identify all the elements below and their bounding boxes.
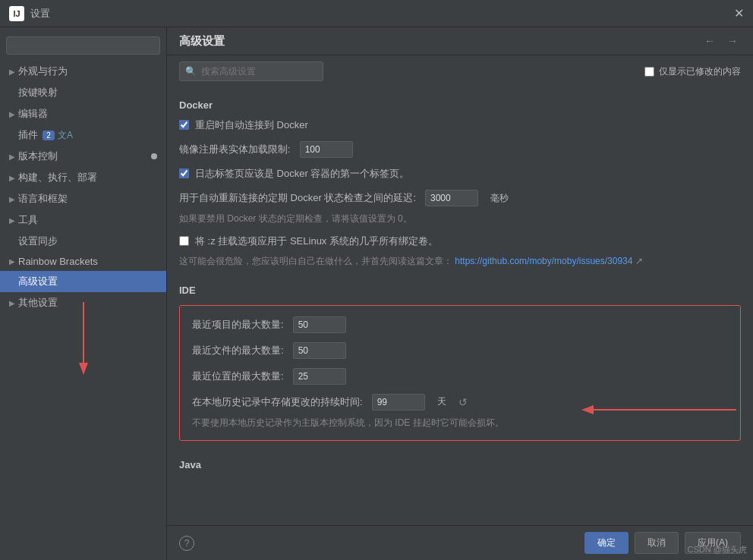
- cancel-button[interactable]: 取消: [635, 532, 679, 554]
- page-title: 高级设置: [179, 34, 225, 49]
- search-icon: 🔍: [185, 66, 197, 77]
- sidebar-item-keymap[interactable]: 按键映射: [0, 82, 166, 103]
- footer: ? 确定 取消 应用(A): [167, 525, 753, 560]
- history-days-label: 在本地历史记录中存储更改的持续时间:: [192, 395, 363, 409]
- docker-section-title: Docker: [167, 93, 753, 114]
- sidebar-item-vcs[interactable]: ▶ 版本控制: [0, 146, 166, 167]
- selinux-link[interactable]: https://github.com/moby/moby/issues/3093…: [455, 256, 632, 266]
- sidebar-item-sync[interactable]: 设置同步: [0, 231, 166, 252]
- reconnect-delay-row: 用于自动重新连接的定期 Docker 状态检查之间的延迟: 毫秒: [167, 185, 753, 211]
- sidebar: ▶ 外观与行为 按键映射 ▶ 编辑器 插件 2 文A ▶ 版本控制 ▶: [0, 27, 167, 560]
- history-days-unit: 天: [437, 395, 446, 408]
- sidebar-item-build[interactable]: ▶ 构建、执行、部署: [0, 167, 166, 188]
- sidebar-item-lang[interactable]: ▶ 语言和框架: [0, 188, 166, 209]
- app-logo: IJ: [9, 6, 24, 21]
- recent-projects-row: 最近项目的最大数量:: [180, 312, 740, 338]
- main-panel: 高级设置 ← → 🔍 仅显示已修改的内容 D: [167, 27, 753, 560]
- reset-icon[interactable]: ↺: [458, 396, 468, 408]
- sidebar-search-input[interactable]: [6, 36, 160, 55]
- plugins-lang-badge: 文A: [58, 129, 73, 142]
- restart-connect-checkbox[interactable]: [179, 120, 189, 130]
- window-title: 设置: [30, 7, 50, 20]
- plugins-badge: 2: [43, 131, 55, 140]
- arrow-icon: ▶: [9, 257, 15, 266]
- reconnect-delay-input[interactable]: [425, 190, 478, 206]
- main-header: 高级设置 ← →: [167, 27, 753, 55]
- arrow-icon: ▶: [9, 174, 15, 182]
- java-section-title: Java: [167, 453, 753, 473]
- arrow-icon: ▶: [9, 68, 15, 76]
- reconnect-desc: 如果要禁用 Docker 状态的定期检查，请将该值设置为 0。: [167, 211, 753, 230]
- titlebar: IJ 设置 ✕: [0, 0, 753, 27]
- arrow-icon: ▶: [9, 299, 15, 307]
- help-button[interactable]: ?: [179, 536, 194, 551]
- sidebar-item-appearance[interactable]: ▶ 外观与行为: [0, 61, 166, 82]
- history-days-row: 在本地历史记录中存储更改的持续时间: 天 ↺: [180, 389, 740, 415]
- sidebar-item-editor[interactable]: ▶ 编辑器: [0, 103, 166, 124]
- search-wrap: 🔍: [179, 61, 635, 81]
- show-modified-checkbox-label[interactable]: 仅显示已修改的内容: [644, 65, 741, 78]
- search-row: 🔍 仅显示已修改的内容: [167, 55, 753, 87]
- selinux-label: 将 :z 挂载选项应用于 SELinux 系统的几乎所有绑定卷。: [195, 234, 438, 248]
- reconnect-delay-label: 用于自动重新连接的定期 Docker 状态检查之间的延迟:: [179, 191, 416, 205]
- sidebar-item-other[interactable]: ▶ 其他设置: [0, 292, 166, 313]
- selinux-checkbox[interactable]: [179, 236, 189, 246]
- registry-limit-label: 镜像注册表实体加载限制:: [179, 143, 291, 156]
- close-button[interactable]: ✕: [734, 6, 744, 20]
- ide-section-title: IDE: [167, 278, 753, 299]
- recent-locations-label: 最近位置的最大数量:: [192, 370, 284, 383]
- recent-projects-label: 最近项目的最大数量:: [192, 318, 284, 332]
- search-input[interactable]: [179, 61, 323, 81]
- back-arrow[interactable]: ←: [701, 33, 718, 49]
- ok-button[interactable]: 确定: [584, 532, 629, 554]
- sidebar-item-rainbow[interactable]: ▶ Rainbow Brackets: [0, 252, 166, 271]
- recent-files-input[interactable]: [293, 342, 346, 359]
- watermark: CSDN @猫头虎: [688, 544, 747, 555]
- reconnect-delay-unit: 毫秒: [490, 192, 509, 205]
- log-tab-label: 日志标签页应该是 Docker 容器的第一个标签页。: [195, 167, 409, 181]
- restart-connect-label: 重启时自动连接到 Docker: [195, 118, 308, 132]
- nav-arrows: ← →: [701, 33, 741, 49]
- recent-projects-input[interactable]: [293, 316, 346, 333]
- registry-limit-row: 镜像注册表实体加载限制:: [167, 137, 753, 162]
- forward-arrow[interactable]: →: [724, 33, 741, 49]
- selinux-desc: 这可能会很危险，您应该明白自己在做什么，并首先阅读这篇文章： https://g…: [167, 253, 753, 272]
- log-tab-checkbox[interactable]: [179, 168, 189, 178]
- sidebar-item-tools[interactable]: ▶ 工具: [0, 209, 166, 231]
- arrow-icon: ▶: [9, 216, 15, 225]
- recent-files-label: 最近文件的最大数量:: [192, 344, 284, 357]
- arrow-icon: ▶: [9, 195, 15, 203]
- sidebar-item-plugins[interactable]: 插件 2 文A: [0, 124, 166, 146]
- registry-limit-input[interactable]: [300, 141, 353, 158]
- recent-files-row: 最近文件的最大数量:: [180, 338, 740, 363]
- ide-section: 最近项目的最大数量: 最近文件的最大数量: 最近位置的最大数量: 在本: [179, 305, 741, 441]
- selinux-row: 将 :z 挂载选项应用于 SELinux 系统的几乎所有绑定卷。: [167, 230, 753, 253]
- log-tab-row: 日志标签页应该是 Docker 容器的第一个标签页。: [167, 162, 753, 185]
- main-body: Docker 重启时自动连接到 Docker 镜像注册表实体加载限制: 日志标签…: [167, 87, 753, 525]
- recent-locations-input[interactable]: [293, 368, 346, 385]
- sidebar-item-advanced[interactable]: 高级设置: [0, 271, 166, 292]
- vcs-notification-dot: [151, 153, 157, 159]
- history-desc: 不要使用本地历史记录作为主版本控制系统，因为 IDE 挂起时它可能会损坏。: [180, 415, 740, 434]
- restart-connect-row: 重启时自动连接到 Docker: [167, 114, 753, 137]
- history-days-input[interactable]: [372, 394, 425, 411]
- show-modified-checkbox[interactable]: [644, 67, 654, 77]
- arrow-icon: ▶: [9, 110, 15, 118]
- arrow-icon: ▶: [9, 153, 15, 161]
- recent-locations-row: 最近位置的最大数量:: [180, 363, 740, 389]
